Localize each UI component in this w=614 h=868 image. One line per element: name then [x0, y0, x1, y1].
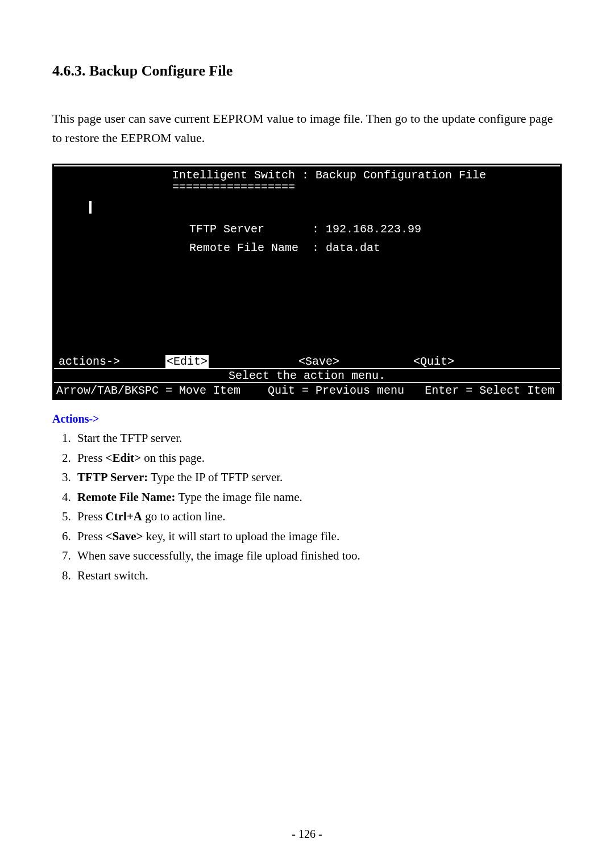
- help-quit: Quit = Previous menu: [268, 384, 404, 397]
- step-5-post: go to action line.: [142, 510, 225, 523]
- tftp-server-value: : 192.168.223.99: [312, 223, 421, 236]
- remote-file-value: : data.dat: [312, 241, 380, 254]
- step-6-key: <Save>: [106, 529, 143, 543]
- steps-list: Start the TFTP server. Press <Edit> on t…: [58, 429, 562, 585]
- step-3: TFTP Server: Type the IP of TFTP server.: [74, 468, 562, 487]
- step-1-text: Start the TFTP server.: [77, 431, 182, 445]
- tftp-server-label: TFTP Server: [189, 223, 264, 236]
- edit-action[interactable]: <Edit>: [165, 355, 209, 368]
- terminal-title: Intelligent Switch : Backup Configuratio…: [59, 169, 555, 182]
- step-7-text: When save successfully, the image file u…: [77, 549, 360, 562]
- step-3-label: TFTP Server:: [77, 470, 148, 484]
- step-6-post: key, it will start to upload the image f…: [143, 529, 340, 543]
- step-8-text: Restart switch.: [77, 569, 148, 582]
- step-2: Press <Edit> on this page.: [74, 449, 562, 468]
- help-move: Arrow/TAB/BKSPC = Move Item: [56, 384, 240, 397]
- step-1: Start the TFTP server.: [74, 429, 562, 448]
- cursor-icon: [89, 201, 92, 214]
- terminal-help-bar: Arrow/TAB/BKSPC = Move Item Quit = Previ…: [54, 383, 560, 398]
- intro-paragraph: This page user can save current EEPROM v…: [52, 109, 562, 148]
- step-6-pre: Press: [77, 529, 106, 543]
- page-number: - 126 -: [0, 828, 614, 841]
- page: 4.6.3. Backup Configure File This page u…: [0, 0, 614, 868]
- step-8: Restart switch.: [74, 566, 562, 585]
- terminal-hint-text: Select the action menu.: [54, 369, 560, 382]
- step-5: Press Ctrl+A go to action line.: [74, 507, 562, 526]
- tftp-server-row: TFTP Server : 192.168.223.99: [59, 223, 555, 236]
- quit-action[interactable]: <Quit>: [413, 355, 454, 368]
- step-4: Remote File Name: Type the image file na…: [74, 488, 562, 507]
- remote-file-row: Remote File Name : data.dat: [59, 241, 555, 254]
- help-enter: Enter = Select Item: [425, 384, 554, 397]
- step-2-post: on this page.: [141, 451, 205, 465]
- save-action[interactable]: <Save>: [298, 355, 339, 368]
- step-2-key: <Edit>: [106, 451, 141, 465]
- actions-heading: Actions->: [52, 412, 562, 425]
- step-4-text: Type the image file name.: [176, 490, 302, 504]
- step-2-pre: Press: [77, 451, 106, 465]
- terminal-actions-row: actions-> <Edit> <Save> <Quit>: [54, 354, 560, 368]
- section-heading: 4.6.3. Backup Configure File: [52, 62, 562, 80]
- step-5-key: Ctrl+A: [106, 510, 142, 523]
- terminal-cursor-line: [59, 201, 555, 214]
- terminal-title-underline: ==================: [59, 181, 555, 194]
- step-4-label: Remote File Name:: [77, 490, 176, 504]
- remote-file-label: Remote File Name: [189, 241, 298, 254]
- step-5-pre: Press: [77, 510, 106, 523]
- step-3-text: Type the IP of TFTP server.: [148, 470, 283, 484]
- actions-arrow-label: actions->: [59, 355, 165, 368]
- step-6: Press <Save> key, it will start to uploa…: [74, 527, 562, 546]
- terminal-hint-row: Select the action menu.: [54, 368, 560, 383]
- step-7: When save successfully, the image file u…: [74, 546, 562, 565]
- terminal-screenshot: Intelligent Switch : Backup Configuratio…: [52, 164, 562, 400]
